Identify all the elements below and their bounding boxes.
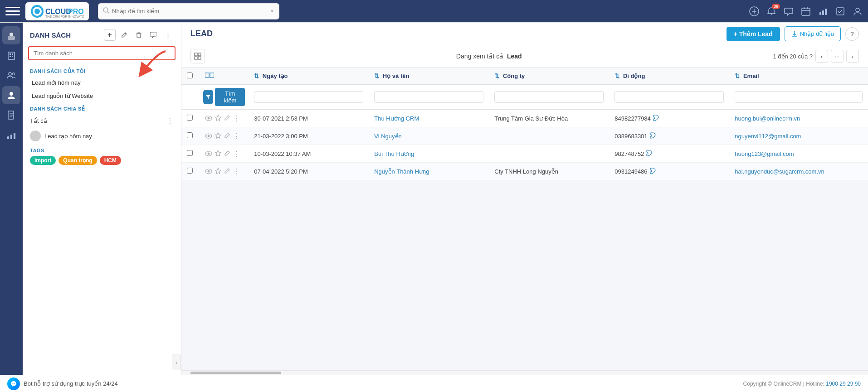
edit-icon[interactable] xyxy=(224,132,230,140)
more-icon[interactable]: ⋮ xyxy=(233,167,240,175)
row-checkbox[interactable] xyxy=(187,150,193,156)
toolbar-grid-icon[interactable] xyxy=(190,49,205,63)
analytics-icon-btn[interactable] xyxy=(818,6,828,16)
nav-icon-building[interactable] xyxy=(2,46,20,64)
sidebar-search-input[interactable] xyxy=(28,46,176,60)
sidebar-item-lead-created-today[interactable]: Lead tạo hôm nay xyxy=(23,128,181,144)
row-checkbox[interactable] xyxy=(187,132,193,138)
messenger-icon[interactable] xyxy=(7,377,20,390)
svg-point-31 xyxy=(10,92,13,96)
view-icon[interactable] xyxy=(205,115,212,122)
edit-list-button[interactable] xyxy=(118,29,130,41)
add-icon-btn[interactable] xyxy=(749,6,759,16)
email-link[interactable]: huong123@gmail.com xyxy=(735,150,794,157)
email-link[interactable]: hai.nguyenduc@sugarcrm.com.vn xyxy=(735,168,824,175)
phone-icon[interactable] xyxy=(646,150,652,158)
more-list-button[interactable]: ⋮ xyxy=(162,29,174,41)
row-checkbox[interactable] xyxy=(187,168,193,174)
nav-icon-reports[interactable] xyxy=(2,126,20,144)
star-icon[interactable] xyxy=(215,150,221,158)
lead-name-link[interactable]: Thu Hướng CRM xyxy=(374,115,419,122)
svg-point-52 xyxy=(208,117,210,119)
user-profile-btn[interactable] xyxy=(853,6,863,16)
sidebar-collapse-btn[interactable]: ‹ xyxy=(172,354,181,370)
add-list-button[interactable]: + xyxy=(104,29,116,41)
phone-icon[interactable] xyxy=(649,132,656,140)
hamburger-menu[interactable] xyxy=(5,4,20,19)
edit-icon[interactable] xyxy=(224,168,230,175)
nav-icon-home[interactable] xyxy=(2,26,20,44)
row-date: 07-04-2022 5:20 PM xyxy=(249,163,369,180)
nav-icon-contacts[interactable] xyxy=(2,66,20,84)
global-search-input[interactable] xyxy=(112,8,270,15)
logo: CLOUD PRO THE CRM FOR INNOVATOR xyxy=(25,2,89,20)
col-name-header[interactable]: ⇅ Họ và tên xyxy=(369,68,489,85)
search-email-input[interactable] xyxy=(735,91,863,103)
view-icon[interactable] xyxy=(205,150,212,158)
more-icon[interactable]: ⋮ xyxy=(233,114,240,122)
footer-hotline[interactable]: 1900 29 29 90 xyxy=(826,381,861,387)
pagination-more[interactable]: ··· xyxy=(831,50,844,63)
nav-icon-leads[interactable] xyxy=(2,86,20,104)
chat-icon-btn[interactable] xyxy=(784,6,794,16)
lead-name-link[interactable]: Vi Nguyễn xyxy=(374,133,402,140)
view-icon[interactable] xyxy=(205,132,212,140)
pagination-prev[interactable]: ‹ xyxy=(815,50,828,63)
phone-icon[interactable] xyxy=(653,115,659,122)
comment-list-button[interactable] xyxy=(147,29,159,41)
tag-quan-trong[interactable]: Quan trọng xyxy=(59,156,97,165)
phone-icon[interactable] xyxy=(649,168,656,175)
search-phone-input[interactable] xyxy=(614,91,724,103)
filter-icon-button[interactable] xyxy=(203,90,213,104)
edit-icon[interactable] xyxy=(224,115,230,122)
phone-number: 982748752 xyxy=(614,150,644,157)
star-icon[interactable] xyxy=(215,115,221,122)
search-name-input[interactable] xyxy=(374,91,483,103)
phone-number: 0389683301 xyxy=(614,133,647,140)
calendar-icon-btn[interactable] xyxy=(801,6,811,16)
tag-import[interactable]: import xyxy=(30,156,56,165)
import-data-button[interactable]: Nhập dữ liệu xyxy=(785,26,841,41)
global-search[interactable]: ▼ xyxy=(98,3,279,19)
horizontal-scrollbar[interactable] xyxy=(181,370,868,375)
col-email-header[interactable]: ⇅ Email xyxy=(729,68,868,85)
row-checkbox[interactable] xyxy=(187,115,193,121)
row-company: Cty TNHH Long Nguyễn xyxy=(489,163,609,180)
select-all-checkbox[interactable] xyxy=(187,73,193,78)
search-button[interactable]: Tìm kiếm xyxy=(215,88,245,106)
star-icon[interactable] xyxy=(215,168,221,175)
help-button[interactable]: ? xyxy=(845,27,859,41)
star-icon[interactable] xyxy=(215,132,221,140)
nav-icon-documents[interactable] xyxy=(2,106,20,124)
lead-name-link[interactable]: Nguyễn Thành Hưng xyxy=(374,168,429,175)
pagination-next[interactable]: › xyxy=(846,50,859,63)
page-title: LEAD xyxy=(190,29,213,39)
more-icon[interactable]: ⋮ xyxy=(233,150,240,158)
edit-icon[interactable] xyxy=(224,150,230,158)
search-company-input[interactable] xyxy=(494,91,604,103)
more-menu-icon[interactable]: ⋮ xyxy=(166,116,174,125)
svg-rect-46 xyxy=(198,53,201,56)
view-icon[interactable] xyxy=(205,168,212,175)
col-company-header[interactable]: ⇅ Công ty xyxy=(489,68,609,85)
search-date-input[interactable] xyxy=(254,91,363,103)
row-actions-cell: ⋮ xyxy=(200,127,249,145)
sidebar-search-container xyxy=(28,46,176,60)
tasks-icon-btn[interactable] xyxy=(835,6,845,16)
email-link[interactable]: nguyenvi112@gmail.com xyxy=(735,133,801,140)
sidebar-item-lead-today[interactable]: Lead mới hôm nay xyxy=(23,76,181,89)
add-lead-button[interactable]: + Thêm Lead xyxy=(727,27,780,41)
more-icon[interactable]: ⋮ xyxy=(233,132,240,140)
svg-rect-36 xyxy=(7,136,9,139)
col-phone-header[interactable]: ⇅ Di động xyxy=(609,68,729,85)
search-dropdown-arrow[interactable]: ▼ xyxy=(270,9,274,14)
col-date-header[interactable]: ⇅ Ngày tạo xyxy=(249,68,369,85)
email-link[interactable]: huong.bui@onlinecrm.vn xyxy=(735,115,800,122)
sidebar-item-all[interactable]: Tất cả ⋮ xyxy=(23,114,181,128)
lead-name-link[interactable]: Bùi Thu Hương xyxy=(374,150,414,157)
delete-list-button[interactable] xyxy=(133,29,145,41)
tag-hcm[interactable]: HCM xyxy=(100,156,121,165)
sidebar-item-lead-website[interactable]: Lead nguồn từ Website xyxy=(23,89,181,102)
notification-icon-btn[interactable]: 36 xyxy=(766,6,776,16)
col-checkbox xyxy=(181,68,200,85)
